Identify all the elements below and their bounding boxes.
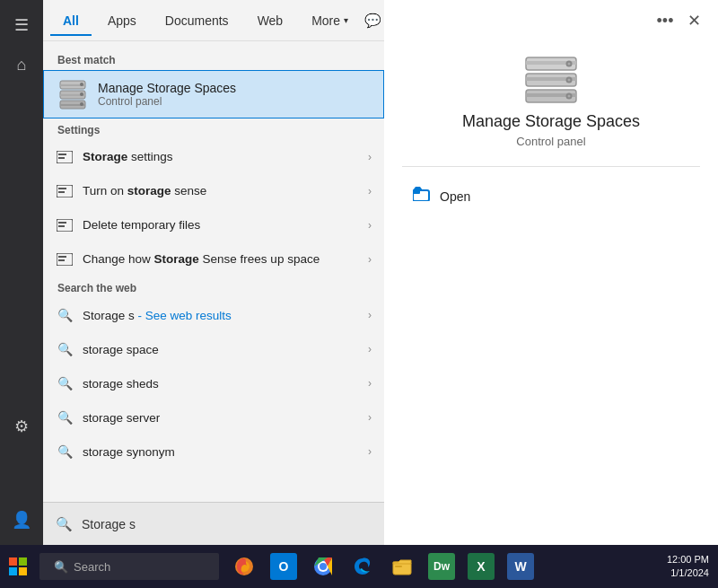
tab-more[interactable]: More ▾	[299, 6, 361, 35]
web-search-label: Search the web	[43, 276, 384, 298]
right-panel-close-button[interactable]: ✕	[680, 7, 707, 34]
arrow-right-icon: ›	[368, 151, 372, 163]
right-panel-app-icon	[519, 54, 583, 112]
search-panel: All Apps Documents Web More ▾ 💬 ••• ✕ Be…	[43, 0, 384, 545]
best-match-item[interactable]: Manage Storage Spaces Control panel	[43, 70, 384, 118]
svg-rect-45	[395, 566, 402, 567]
settings-item-label: Storage settings	[83, 149, 368, 165]
taskbar-start-button[interactable]	[0, 549, 36, 584]
web-item-storage-space[interactable]: 🔍 storage space ›	[43, 332, 384, 366]
tab-apps[interactable]: Apps	[95, 6, 149, 35]
web-item-storage-sheds[interactable]: 🔍 storage sheds ›	[43, 366, 384, 400]
taskbar: 🔍 Search O	[0, 545, 718, 588]
sidebar-menu-icon[interactable]: ☰	[4, 7, 39, 43]
search-tabs: All Apps Documents Web More ▾ 💬 ••• ✕	[43, 0, 384, 41]
search-icon-1: 🔍	[56, 340, 74, 358]
arrow-right-icon3: ›	[368, 219, 372, 232]
arrow-right-icon2: ›	[368, 185, 372, 197]
taskbar-time: 12:00 PM 1/1/2024	[667, 553, 709, 581]
svg-point-8	[80, 102, 83, 106]
settings-item-delete-temp[interactable]: Delete temporary files ›	[43, 208, 384, 242]
divider	[402, 166, 700, 167]
svg-rect-14	[58, 191, 65, 193]
svg-rect-35	[9, 557, 17, 566]
taskbar-edge-icon[interactable]	[345, 549, 381, 584]
svg-rect-36	[19, 557, 27, 566]
svg-rect-10	[58, 154, 66, 155]
storage-settings-icon	[56, 148, 74, 166]
settings-item-storage-settings[interactable]: Storage settings ›	[43, 140, 384, 174]
settings-item-label4: Change how Storage Sense frees up space	[83, 251, 368, 268]
svg-rect-13	[58, 188, 66, 189]
svg-rect-16	[58, 222, 66, 224]
svg-point-43	[320, 563, 327, 570]
svg-rect-19	[58, 256, 66, 258]
svg-point-5	[80, 92, 83, 96]
settings-item-label2: Turn on storage sense	[83, 183, 368, 199]
right-panel-title: Manage Storage Spaces	[462, 112, 640, 131]
search-bottom-icon: 🔍	[56, 516, 73, 532]
feedback-icon[interactable]: 💬	[364, 13, 381, 29]
svg-rect-38	[19, 567, 27, 575]
search-results: Best match	[43, 41, 384, 502]
web-item-text-0: Storage s - See web results	[83, 309, 368, 322]
delete-temp-icon	[56, 216, 74, 234]
storage-sense-icon	[56, 182, 74, 200]
taskbar-apps: O	[226, 549, 538, 584]
search-box-bottom: 🔍	[43, 502, 384, 545]
best-match-title: Manage Storage Spaces	[98, 81, 371, 95]
taskbar-search-icon: 🔍	[54, 560, 68, 574]
search-icon-4: 🔍	[56, 443, 74, 461]
best-match-label: Best match	[43, 48, 384, 70]
web-item-storage-server[interactable]: 🔍 storage server ›	[43, 400, 384, 434]
arrow-right-web4: ›	[368, 445, 372, 458]
search-icon-2: 🔍	[56, 374, 74, 392]
settings-item-storage-sense[interactable]: Turn on storage sense ›	[43, 174, 384, 208]
search-icon-0: 🔍	[56, 306, 74, 324]
sidebar: ☰ ⌂ ⚙ 👤	[0, 0, 43, 545]
arrow-right-icon4: ›	[368, 253, 372, 266]
svg-rect-20	[58, 259, 65, 261]
svg-point-32	[568, 95, 571, 98]
arrow-right-web0: ›	[368, 309, 372, 321]
sidebar-home-icon[interactable]: ⌂	[4, 47, 39, 83]
arrow-right-web3: ›	[368, 411, 372, 424]
open-button[interactable]: Open	[402, 181, 700, 211]
taskbar-explorer-icon[interactable]	[384, 549, 420, 584]
web-item-text-3: storage server	[83, 411, 368, 425]
tab-all[interactable]: All	[50, 6, 92, 35]
search-icon-3: 🔍	[56, 408, 74, 426]
right-panel: ••• ✕ Manage Storage Spaces	[384, 0, 718, 545]
svg-point-28	[568, 79, 571, 82]
web-item-storage-s[interactable]: 🔍 Storage s - See web results ›	[43, 298, 384, 332]
taskbar-system-tray: 12:00 PM 1/1/2024	[667, 553, 718, 581]
svg-rect-11	[58, 157, 65, 159]
taskbar-outlook-icon[interactable]: O	[266, 549, 302, 584]
settings-item-storage-sense-free[interactable]: Change how Storage Sense frees up space …	[43, 242, 384, 276]
svg-rect-37	[9, 567, 17, 575]
web-item-text-4: storage synonym	[83, 445, 368, 459]
web-item-storage-synonym[interactable]: 🔍 storage synonym ›	[43, 434, 384, 469]
open-icon	[413, 187, 431, 206]
taskbar-chrome-icon[interactable]	[305, 549, 341, 584]
tab-web[interactable]: Web	[245, 6, 296, 35]
search-input[interactable]	[82, 517, 372, 531]
arrow-right-web2: ›	[368, 377, 372, 390]
web-item-text-2: storage sheds	[83, 377, 368, 391]
arrow-right-web1: ›	[368, 343, 372, 355]
taskbar-firefox-icon[interactable]	[226, 549, 262, 584]
best-match-subtitle: Control panel	[98, 95, 371, 108]
sidebar-settings-icon[interactable]: ⚙	[4, 408, 39, 444]
taskbar-search-label: Search	[74, 560, 110, 574]
svg-rect-17	[58, 225, 65, 227]
taskbar-search-bar[interactable]: 🔍 Search	[39, 553, 219, 580]
right-panel-subtitle: Control panel	[516, 135, 585, 148]
tab-documents[interactable]: Documents	[153, 6, 241, 35]
taskbar-word-icon[interactable]: W	[503, 549, 538, 584]
taskbar-excel-icon[interactable]: X	[463, 549, 499, 584]
taskbar-dw-icon[interactable]: Dw	[424, 549, 460, 584]
right-panel-more-button[interactable]: •••	[652, 7, 679, 34]
settings-label: Settings	[43, 118, 384, 140]
sidebar-person-icon[interactable]: 👤	[4, 502, 39, 538]
chevron-down-icon: ▾	[344, 15, 348, 25]
